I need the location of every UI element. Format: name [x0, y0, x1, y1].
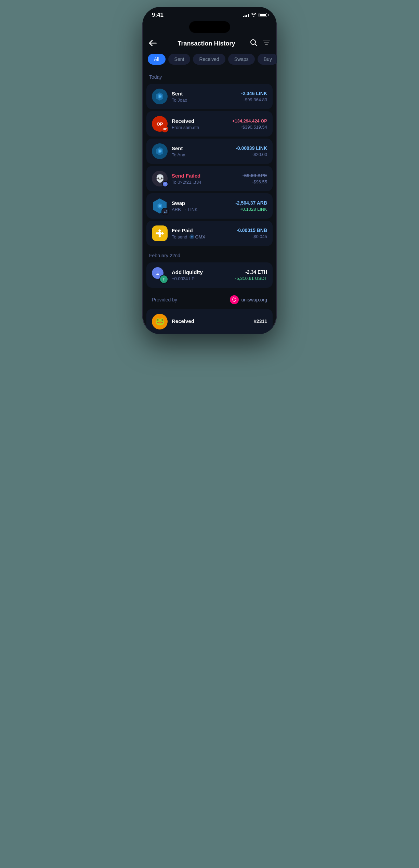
tx-info: Sent To Ana: [172, 145, 232, 157]
svg-point-16: [234, 298, 235, 299]
tx-amounts: -0.00015 BNB -$0.045: [237, 228, 267, 239]
battery-icon: [259, 13, 267, 17]
list-item[interactable]: 🐸 Received #2311: [146, 309, 273, 334]
tx-amounts: -0.00039 LINK -$20.00: [236, 145, 267, 157]
pepe-token-icon: 🐸: [152, 314, 168, 329]
signal-icon: [243, 13, 249, 17]
tx-amount-primary: -2.34 ETH: [235, 269, 267, 275]
page-header: Transaction History: [142, 36, 277, 54]
table-row[interactable]: Fee Paid To send GMX -0.00015 BNB -$0.04…: [146, 221, 273, 246]
tx-amount-secondary: -5,310.61 USDT: [235, 276, 267, 281]
link-token-icon-2: [152, 143, 168, 159]
tx-subtitle: +0.0034 LP: [172, 276, 231, 281]
table-row[interactable]: OP OP Received From sam.eth +134,294.424…: [146, 111, 273, 137]
table-row[interactable]: Sent To Joao -2.346 LINK -$99,364.83: [146, 84, 273, 109]
tab-all[interactable]: All: [148, 54, 166, 65]
tx-amount-secondary: -$96.55: [243, 179, 267, 184]
tx-subtitle: To Joao: [172, 98, 237, 103]
table-row[interactable]: 💀 Ξ Send Failed To 0×2f21...f34 -69.69 A…: [146, 166, 273, 191]
tx-info: Add liquidity +0.0034 LP: [172, 269, 231, 281]
tx-subtitle: To Ana: [172, 152, 232, 157]
tab-received[interactable]: Received: [193, 54, 225, 65]
filter-icon[interactable]: [263, 40, 270, 48]
status-time: 9:41: [152, 12, 163, 18]
tx-amount-primary: +134,294.424 OP: [232, 118, 267, 124]
tx-amount-primary: -69.69 APE: [243, 173, 267, 178]
tx-amount-secondary: -$20.00: [236, 152, 267, 157]
tx-amount-secondary: -$99,364.83: [241, 97, 267, 102]
tx-amount-number: #2311: [254, 319, 267, 324]
tx-title: Swap: [172, 200, 231, 206]
table-row[interactable]: ⇄ Swap ARB → LINK -2,504.37 ARB +0.1028 …: [146, 193, 273, 219]
swap-tx-icon: ⇄: [152, 198, 168, 214]
link-token-icon: [152, 89, 168, 104]
tab-buy[interactable]: Buy: [258, 54, 277, 65]
tx-title-failed: Send Failed: [172, 173, 238, 179]
tx-title: Sent: [172, 91, 237, 96]
tx-info: Received From sam.eth: [172, 118, 228, 130]
tx-amounts: #2311: [254, 319, 267, 325]
section-today-label: Today: [142, 72, 277, 84]
tx-amount-primary: -0.00015 BNB: [237, 228, 267, 233]
status-bar: 9:41: [142, 7, 277, 21]
tx-amounts: -2,504.37 ARB +0.1028 LINK: [235, 200, 267, 212]
tx-amounts: -2.346 LINK -$99,364.83: [241, 91, 267, 102]
provider-link[interactable]: uniswap.org: [230, 295, 267, 304]
table-row[interactable]: Sent To Ana -0.00039 LINK -$20.00: [146, 139, 273, 164]
bnb-token-icon: [152, 225, 168, 241]
tx-info: Fee Paid To send GMX: [172, 228, 233, 239]
table-row[interactable]: Ξ T Add liquidity +0.0034 LP -2.34 ETH -…: [146, 262, 273, 288]
tx-amounts: -2.34 ETH -5,310.61 USDT: [235, 269, 267, 281]
tx-title: Sent: [172, 145, 232, 151]
tx-amounts: -69.69 APE -$96.55: [243, 173, 267, 184]
failed-tx-icon: 💀 Ξ: [152, 171, 168, 186]
tx-subtitle: To 0×2f21...f34: [172, 180, 238, 185]
transaction-list-today: Sent To Joao -2.346 LINK -$99,364.83 OP …: [142, 84, 277, 246]
svg-line-2: [255, 44, 257, 46]
wifi-icon: [251, 13, 257, 18]
search-icon[interactable]: [250, 39, 258, 48]
tx-amount-primary: -0.00039 LINK: [236, 145, 267, 151]
tx-subtitle: ARB → LINK: [172, 207, 231, 212]
tx-info: Swap ARB → LINK: [172, 200, 231, 212]
tx-amount-primary: -2.346 LINK: [241, 91, 267, 96]
header-actions: [250, 39, 270, 48]
tx-info: Received: [172, 318, 250, 325]
tx-amount-secondary: -$0.045: [237, 234, 267, 239]
tx-info: Send Failed To 0×2f21...f34: [172, 173, 238, 185]
dynamic-island: [189, 21, 230, 33]
back-button[interactable]: [149, 39, 163, 48]
filter-tabs: All Sent Received Swaps Buy Se: [142, 54, 277, 72]
provider-name: uniswap.org: [241, 297, 267, 302]
section-feb-label: February 22nd: [142, 250, 277, 262]
page-title: Transaction History: [178, 40, 235, 47]
tx-title: Fee Paid: [172, 228, 233, 233]
transaction-list-feb: Ξ T Add liquidity +0.0034 LP -2.34 ETH -…: [142, 262, 277, 288]
tab-sent[interactable]: Sent: [168, 54, 191, 65]
phone-frame: 9:41: [142, 7, 277, 334]
provided-by-label: Provided by: [152, 297, 177, 302]
tx-subtitle: To send GMX: [172, 234, 233, 239]
gmx-logo-icon: [189, 234, 194, 239]
tx-title: Received: [172, 118, 228, 124]
gmx-label: GMX: [195, 234, 206, 239]
tx-amount-secondary: +0.1028 LINK: [235, 207, 267, 212]
liquidity-icon: Ξ T: [152, 267, 168, 283]
tx-amount-primary: -2,504.37 ARB: [235, 200, 267, 206]
tab-swaps[interactable]: Swaps: [228, 54, 255, 65]
op-token-icon: OP OP: [152, 116, 168, 132]
tx-subtitle: From sam.eth: [172, 125, 228, 130]
svg-rect-15: [157, 231, 162, 236]
tx-info: Sent To Joao: [172, 91, 237, 103]
tx-title: Received: [172, 318, 250, 324]
tx-title: Add liquidity: [172, 269, 231, 275]
uniswap-logo-icon: [230, 295, 239, 304]
tx-amounts: +134,294.424 OP +$390,519.54: [232, 118, 267, 130]
provided-by-section: Provided by uniswap.org: [142, 291, 277, 307]
status-icons: [243, 13, 267, 18]
tx-amount-secondary: +$390,519.54: [232, 125, 267, 130]
